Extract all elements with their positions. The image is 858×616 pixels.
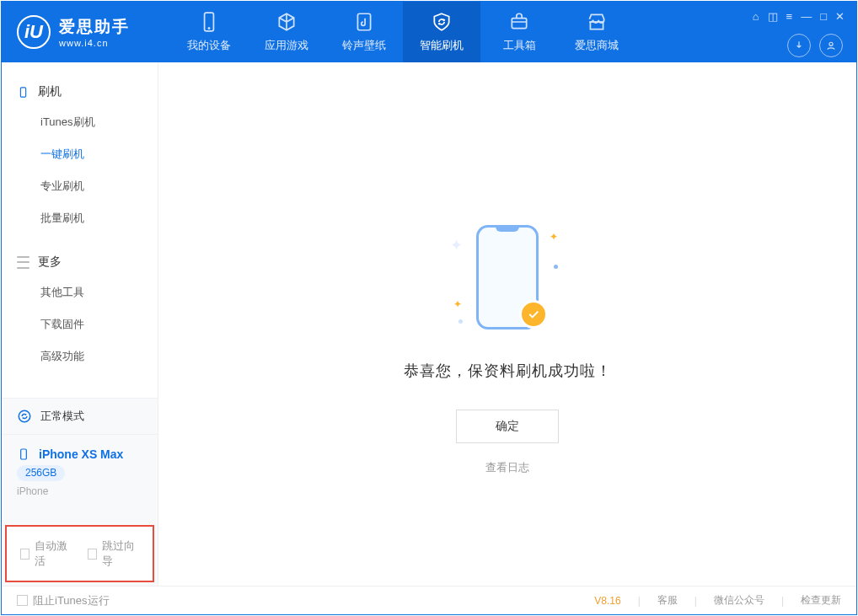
status-bar: 阻止iTunes运行 V8.16 | 客服 | 微信公众号 | 检查更新: [2, 586, 856, 614]
flash-options-row: 自动激活 跳过向导: [5, 525, 154, 582]
top-nav: 我的设备 应用游戏 铃声壁纸 智能刷机 工具箱 爱思商城: [170, 2, 635, 62]
checkbox-box-icon: [17, 595, 28, 606]
checkbox-box-icon: [88, 549, 97, 560]
logo-block: iU 爱思助手 www.i4.cn: [2, 2, 170, 62]
dot-icon: [554, 265, 558, 269]
cube-icon: [276, 11, 298, 33]
sync-icon: [17, 409, 32, 424]
sidebar-item-oneclick-flash[interactable]: 一键刷机: [2, 138, 158, 170]
device-mode-row[interactable]: 正常模式: [2, 398, 158, 434]
sidebar-group-more: 更多: [2, 248, 158, 276]
checkbox-box-icon: [20, 549, 29, 560]
user-icon: [825, 40, 837, 51]
nav-label: 铃声壁纸: [342, 38, 386, 53]
menu-icon[interactable]: ≡: [786, 10, 793, 23]
close-button[interactable]: ✕: [835, 10, 845, 23]
nav-my-device[interactable]: 我的设备: [170, 2, 248, 62]
maximize-button[interactable]: □: [820, 10, 827, 23]
checkbox-label: 自动激活: [35, 538, 72, 569]
nav-label: 智能刷机: [420, 38, 464, 53]
checkbox-label: 跳过向导: [102, 538, 139, 569]
account-button[interactable]: [819, 34, 843, 57]
view-log-link[interactable]: 查看日志: [485, 460, 529, 475]
sidebar-item-itunes-flash[interactable]: iTunes刷机: [2, 106, 158, 138]
toolbox-icon: [508, 11, 530, 33]
device-type-label: iPhone: [17, 484, 142, 500]
svg-point-1: [208, 28, 209, 29]
nav-flash[interactable]: 智能刷机: [403, 2, 480, 62]
sidebar-item-batch-flash[interactable]: 批量刷机: [2, 202, 158, 234]
nav-label: 工具箱: [503, 38, 536, 53]
svg-point-5: [829, 42, 833, 46]
nav-ringtone[interactable]: 铃声壁纸: [325, 2, 403, 62]
svg-rect-2: [357, 13, 370, 30]
dot-icon: [458, 319, 463, 324]
sidebar-item-download-firmware[interactable]: 下载固件: [2, 308, 158, 340]
nav-store[interactable]: 爱思商城: [558, 2, 635, 62]
sidebar-item-other-tools[interactable]: 其他工具: [2, 276, 158, 308]
app-title: 爱思助手: [59, 16, 130, 38]
logo-text: 爱思助手 www.i4.cn: [59, 16, 130, 48]
sidebar-item-advanced[interactable]: 高级功能: [2, 340, 158, 372]
check-update-link[interactable]: 检查更新: [801, 593, 841, 608]
nav-toolbox[interactable]: 工具箱: [480, 2, 558, 62]
sidebar-group-flash: 刷机: [2, 78, 158, 106]
check-icon: [527, 308, 540, 321]
device-name-label: iPhone XS Max: [39, 445, 123, 463]
refresh-shield-icon: [431, 11, 453, 33]
main-content: ✦ ✦ ✦ ✦ 恭喜您，保资料刷机成功啦！ 确定 查看日志: [158, 62, 856, 586]
checkbox-skip-guide[interactable]: 跳过向导: [88, 538, 140, 569]
sidebar-bottom: 正常模式 iPhone XS Max 256GB iPhone 自动激活: [2, 398, 158, 586]
ok-button[interactable]: 确定: [456, 410, 559, 443]
sparkle-icon: ✦: [450, 236, 463, 254]
titlebar: iU 爱思助手 www.i4.cn 我的设备 应用游戏 铃声壁纸 智能刷机: [2, 2, 856, 62]
nav-apps[interactable]: 应用游戏: [248, 2, 325, 62]
shirt-icon[interactable]: ⌂: [753, 10, 759, 23]
device-info[interactable]: iPhone XS Max 256GB iPhone: [2, 434, 158, 508]
success-check-badge: [519, 300, 548, 329]
wechat-link[interactable]: 微信公众号: [714, 593, 764, 608]
device-capacity-badge: 256GB: [17, 465, 65, 481]
sidebar-group-label: 更多: [38, 254, 62, 270]
svg-point-7: [19, 410, 30, 422]
window-controls: ⌂ ◫ ≡ — □ ✕: [753, 2, 856, 62]
nav-label: 我的设备: [187, 38, 231, 53]
svg-rect-8: [21, 449, 27, 459]
phone-illustration: ✦ ✦ ✦ ✦: [423, 214, 592, 340]
sidebar-group-label: 刷机: [38, 84, 62, 99]
device-icon: [198, 11, 220, 33]
checkbox-auto-activate[interactable]: 自动激活: [20, 538, 72, 569]
success-message: 恭喜您，保资料刷机成功啦！: [404, 361, 612, 381]
svg-rect-6: [20, 87, 25, 96]
cube-small-icon[interactable]: ◫: [768, 10, 778, 23]
phone-outline-icon: [17, 447, 30, 461]
logo-icon: iU: [17, 15, 51, 49]
music-file-icon: [353, 11, 375, 33]
nav-label: 爱思商城: [575, 38, 619, 53]
version-label: V8.16: [594, 595, 620, 607]
sidebar-item-pro-flash[interactable]: 专业刷机: [2, 170, 158, 202]
body: 刷机 iTunes刷机 一键刷机 专业刷机 批量刷机 更多 其他工具 下载固件 …: [2, 62, 856, 586]
app-window: iU 爱思助手 www.i4.cn 我的设备 应用游戏 铃声壁纸 智能刷机: [1, 1, 857, 615]
checkbox-block-itunes[interactable]: 阻止iTunes运行: [17, 593, 110, 608]
svg-rect-3: [512, 19, 526, 29]
sidebar: 刷机 iTunes刷机 一键刷机 专业刷机 批量刷机 更多 其他工具 下载固件 …: [2, 62, 158, 586]
device-mode-label: 正常模式: [40, 409, 84, 424]
checkbox-label: 阻止iTunes运行: [33, 593, 110, 608]
sparkle-icon: ✦: [453, 298, 462, 310]
app-subtitle: www.i4.cn: [59, 38, 130, 48]
sparkle-icon: ✦: [550, 231, 558, 243]
list-icon: [17, 256, 29, 269]
minimize-button[interactable]: —: [801, 10, 812, 23]
download-button[interactable]: [787, 34, 811, 57]
phone-small-icon: [17, 86, 29, 99]
nav-label: 应用游戏: [265, 38, 308, 53]
help-link[interactable]: 客服: [657, 593, 678, 608]
store-icon: [586, 11, 608, 33]
success-hero: ✦ ✦ ✦ ✦ 恭喜您，保资料刷机成功啦！ 确定 查看日志: [404, 214, 612, 475]
download-icon: [793, 40, 805, 51]
